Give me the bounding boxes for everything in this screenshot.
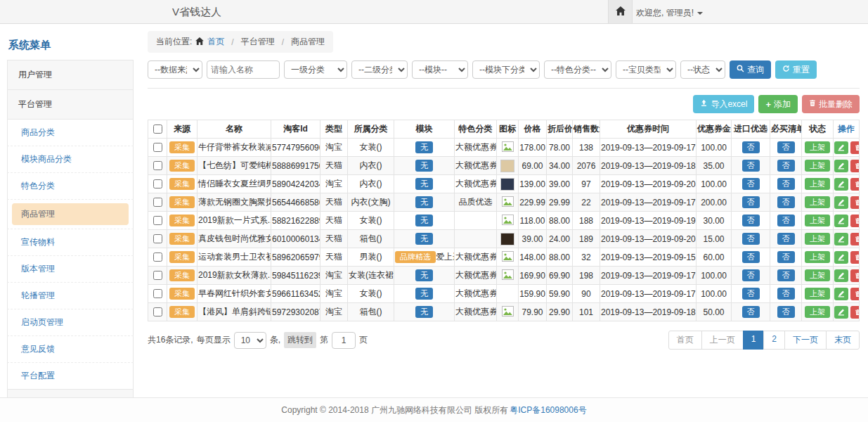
edit-button[interactable] [834, 233, 848, 245]
icp-link[interactable]: 粤ICP备16098006号 [510, 404, 586, 416]
pager-2[interactable]: 2 [763, 331, 785, 350]
add-button[interactable]: + 添加 [758, 95, 798, 113]
reset-button[interactable]: 重置 [775, 60, 817, 79]
pager-首页[interactable]: 首页 [668, 331, 702, 350]
must-buy-toggle[interactable]: 否 [777, 196, 795, 209]
edit-button[interactable] [834, 141, 848, 154]
column-header-所属分类: 所属分类 [348, 120, 394, 139]
row-checkbox[interactable] [153, 161, 162, 170]
pager-下一页[interactable]: 下一页 [784, 331, 827, 350]
must-buy-toggle[interactable]: 否 [777, 160, 795, 172]
sidebar-item-意见反馈[interactable]: 意见反馈 [7, 336, 134, 363]
breadcrumb-home-link[interactable]: 首页 [207, 36, 224, 48]
sidebar-item-商品分类[interactable]: 商品分类 [7, 120, 134, 146]
level1-category-filter[interactable]: 一级分类 [284, 60, 347, 79]
pager-末页[interactable]: 末页 [826, 331, 860, 350]
edit-button[interactable] [834, 215, 848, 227]
edit-button[interactable] [834, 269, 848, 282]
delete-button[interactable] [850, 141, 860, 154]
home-button[interactable] [608, 0, 633, 23]
status-badge[interactable]: 上架 [805, 251, 830, 264]
module-sub-category-filter[interactable]: --模块下分类-- [472, 60, 540, 79]
edit-button[interactable] [834, 178, 848, 191]
status-badge[interactable]: 上架 [805, 306, 830, 319]
must-buy-toggle[interactable]: 否 [777, 306, 795, 319]
imported-toggle[interactable]: 否 [742, 251, 760, 264]
status-filter[interactable]: --状态-- [680, 60, 725, 79]
row-checkbox[interactable] [153, 179, 162, 188]
item-type-filter[interactable]: --宝贝类型-- [616, 60, 676, 79]
user-menu[interactable]: 欢迎您, 管理员! [636, 7, 703, 19]
delete-button[interactable] [850, 269, 860, 282]
search-button[interactable]: 查询 [730, 60, 771, 79]
must-buy-toggle[interactable]: 否 [777, 141, 795, 154]
row-checkbox[interactable] [153, 143, 162, 152]
sidebar-item-商品管理[interactable]: 商品管理 [7, 200, 134, 229]
imported-toggle[interactable]: 否 [742, 269, 760, 282]
select-all-checkbox[interactable] [153, 124, 162, 134]
edit-button[interactable] [834, 160, 848, 172]
sidebar-item-轮播管理[interactable]: 轮播管理 [7, 283, 134, 309]
status-badge[interactable]: 上架 [805, 215, 830, 227]
sidebar-item-平台配置[interactable]: 平台配置 [7, 363, 134, 390]
status-badge[interactable]: 上架 [805, 233, 830, 245]
level2-category-filter[interactable]: --二级分类-- [351, 60, 408, 79]
delete-button[interactable] [850, 288, 860, 300]
pager-上一页[interactable]: 上一页 [701, 331, 744, 350]
status-badge[interactable]: 上架 [805, 141, 830, 154]
source-filter[interactable]: --数据来源-- [148, 60, 202, 79]
batch-delete-button[interactable]: 批量删除 [802, 95, 860, 113]
delete-button[interactable] [850, 160, 860, 172]
imported-toggle[interactable]: 否 [742, 196, 760, 209]
imported-toggle[interactable]: 否 [742, 215, 760, 227]
row-checkbox[interactable] [153, 289, 162, 298]
status-badge[interactable]: 上架 [805, 178, 830, 191]
row-checkbox[interactable] [153, 216, 162, 225]
feature-category-filter[interactable]: --特色分类-- [544, 60, 611, 79]
row-checkbox[interactable] [153, 234, 162, 243]
edit-button[interactable] [834, 288, 848, 300]
delete-button[interactable] [850, 306, 860, 319]
status-badge[interactable]: 上架 [805, 160, 830, 172]
delete-button[interactable] [850, 215, 860, 227]
imported-toggle[interactable]: 否 [742, 141, 760, 154]
edit-button[interactable] [834, 196, 848, 209]
delete-button[interactable] [850, 178, 860, 191]
delete-button[interactable] [850, 251, 860, 264]
sidebar-item-平台管理[interactable]: 平台管理 [7, 89, 134, 120]
status-badge[interactable]: 上架 [805, 269, 830, 282]
pager-1[interactable]: 1 [743, 331, 765, 350]
delete-button[interactable] [850, 196, 860, 209]
sidebar-item-版本管理[interactable]: 版本管理 [7, 256, 134, 283]
sidebar-item-启动页管理[interactable]: 启动页管理 [7, 309, 134, 336]
must-buy-toggle[interactable]: 否 [777, 288, 795, 300]
delete-button[interactable] [850, 233, 860, 245]
imported-toggle[interactable]: 否 [742, 306, 760, 319]
edit-button[interactable] [834, 306, 848, 319]
sidebar-item-宣传物料[interactable]: 宣传物料 [7, 229, 134, 256]
row-checkbox[interactable] [153, 252, 162, 262]
import-excel-button[interactable]: 导入excel [693, 95, 754, 113]
imported-toggle[interactable]: 否 [742, 288, 760, 300]
module-filter[interactable]: --模块-- [412, 60, 468, 79]
must-buy-toggle[interactable]: 否 [777, 178, 795, 191]
status-badge[interactable]: 上架 [805, 288, 830, 300]
sidebar-item-模块商品分类[interactable]: 模块商品分类 [7, 146, 134, 173]
must-buy-toggle[interactable]: 否 [777, 215, 795, 227]
imported-toggle[interactable]: 否 [742, 160, 760, 172]
must-buy-toggle[interactable]: 否 [777, 251, 795, 264]
edit-button[interactable] [834, 251, 848, 264]
sidebar-item-用户管理[interactable]: 用户管理 [7, 60, 134, 90]
row-checkbox[interactable] [153, 307, 162, 316]
per-page-select[interactable]: 10 [234, 332, 266, 349]
sidebar-item-特色分类[interactable]: 特色分类 [7, 173, 134, 200]
status-badge[interactable]: 上架 [805, 196, 830, 209]
name-filter[interactable] [207, 60, 280, 79]
imported-toggle[interactable]: 否 [742, 233, 760, 245]
row-checkbox[interactable] [153, 271, 162, 280]
must-buy-toggle[interactable]: 否 [777, 269, 795, 282]
must-buy-toggle[interactable]: 否 [777, 233, 795, 245]
imported-toggle[interactable]: 否 [742, 178, 760, 191]
row-checkbox[interactable] [153, 198, 162, 207]
jump-page-input[interactable] [332, 332, 356, 349]
